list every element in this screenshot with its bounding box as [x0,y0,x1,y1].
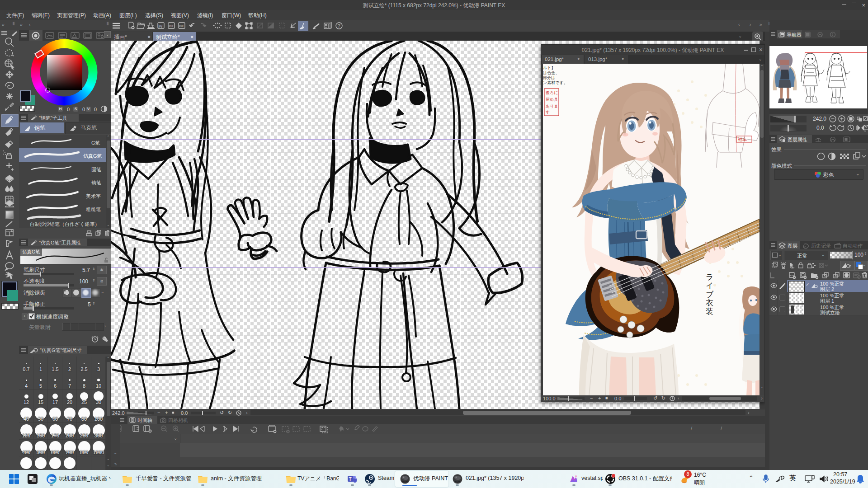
svg-text:jpg: jpg [158,24,163,28]
svg-text:袖车: 袖车 [738,137,747,142]
svg-text:psd: psd [179,24,184,27]
svg-text:部分は: 部分は [543,75,555,80]
svg-text:後ろに: 後ろに [545,90,558,95]
svg-text:png: png [169,24,173,27]
svg-text:は合金、: は合金、 [543,70,559,75]
svg-text:ルト】: ルト】 [543,66,555,70]
svg-text:留め具: 留め具 [546,97,558,102]
svg-text:衣: 衣 [706,299,713,307]
svg-text:ン素材です。: ン素材です。 [543,80,568,85]
svg-text:?: ? [338,23,340,28]
svg-text:T: T [349,477,352,482]
svg-text:イ: イ [706,282,713,290]
svg-text:ラ: ラ [706,273,713,282]
svg-text:す: す [546,110,550,114]
svg-text:装: 装 [706,307,713,316]
svg-text:ありま: ありま [546,104,558,108]
svg-text:ブ: ブ [706,290,714,299]
